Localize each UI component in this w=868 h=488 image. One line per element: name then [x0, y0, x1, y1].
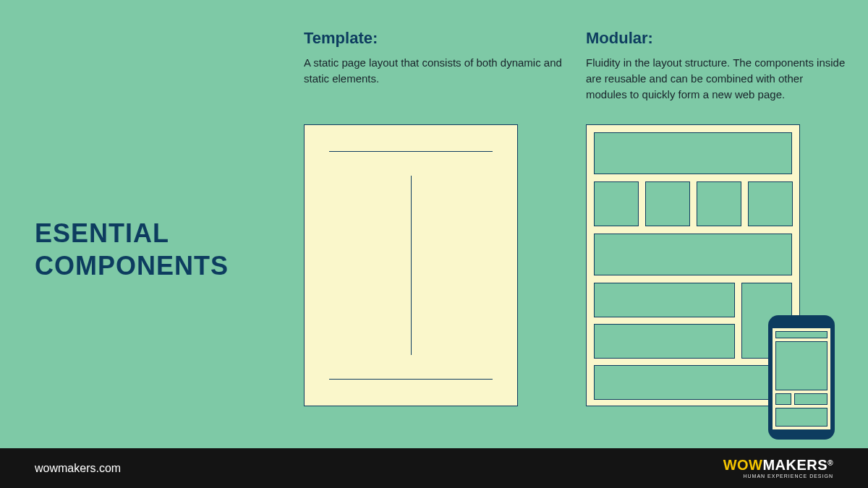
modular-block — [594, 365, 792, 400]
phone-block — [775, 393, 791, 405]
modular-block — [594, 132, 792, 174]
phone-icon — [768, 315, 835, 440]
phone-block — [794, 393, 827, 405]
template-footer-line — [329, 379, 493, 380]
footer-brand: WOWMAKERS® HUMAN EXPERIENCE DESIGN — [723, 458, 833, 479]
modular-description: Fluidity in the layout structure. The co… — [586, 55, 846, 102]
template-header-line — [329, 151, 493, 152]
slide-root: ESENTIAL COMPONENTS Template: A static p… — [0, 0, 868, 488]
title-line-2: COMPONENTS — [35, 249, 229, 282]
modular-block — [594, 234, 792, 275]
modular-block — [594, 283, 735, 317]
template-column: Template: A static page layout that cons… — [304, 29, 564, 87]
modular-block — [594, 181, 639, 226]
phone-block — [775, 331, 827, 338]
template-heading: Template: — [304, 29, 564, 48]
modular-heading: Modular: — [586, 29, 846, 48]
title-line-1: ESENTIAL — [35, 217, 229, 249]
brand-logo-text: WOWMAKERS® — [723, 458, 833, 472]
modular-block — [748, 181, 793, 226]
brand-makers: MAKERS — [762, 457, 827, 473]
phone-screen — [773, 328, 830, 429]
phone-block — [775, 408, 827, 427]
modular-block — [594, 324, 735, 359]
modular-block — [645, 181, 690, 226]
modular-column: Modular: Fluidity in the layout structur… — [586, 29, 846, 102]
page-title: ESENTIAL COMPONENTS — [35, 217, 229, 282]
template-diagram — [304, 124, 518, 406]
template-divider-line — [411, 176, 412, 355]
phone-block — [775, 341, 827, 390]
brand-wow: WOW — [723, 457, 763, 473]
modular-block — [697, 181, 741, 226]
footer-url: wowmakers.com — [35, 462, 121, 475]
brand-tagline: HUMAN EXPERIENCE DESIGN — [723, 474, 833, 479]
brand-registered-icon: ® — [827, 459, 833, 467]
template-description: A static page layout that consists of bo… — [304, 55, 564, 87]
footer-bar: wowmakers.com WOWMAKERS® HUMAN EXPERIENC… — [0, 448, 868, 488]
